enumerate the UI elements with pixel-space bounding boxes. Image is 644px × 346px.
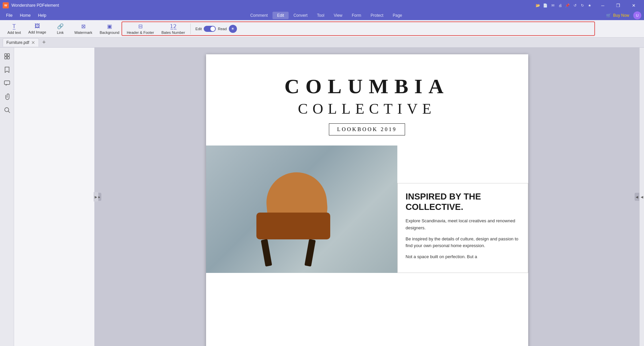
pdf-para1: Explore Scandinavia, meet local creative…	[406, 218, 520, 232]
tab-protect[interactable]: Protect	[366, 12, 388, 19]
close-button[interactable]: ✕	[626, 0, 641, 11]
menu-help[interactable]: Help	[35, 12, 50, 19]
panel-area: ▶	[14, 48, 95, 346]
svg-rect-0	[5, 54, 7, 56]
pin-icon[interactable]: 📌	[565, 3, 570, 8]
title-bar: W Wondershare PDFelement 📂 📄 ✉ 🖨 📌 ↺ ↻ ★…	[0, 0, 644, 11]
pdf-lookbook: LOOKBOOK 2019	[329, 123, 405, 135]
menu-file[interactable]: File	[3, 12, 16, 19]
comments-panel-icon[interactable]	[2, 78, 12, 89]
watermark-icon: ⊠	[81, 23, 86, 30]
right-sidebar[interactable]: ◀	[639, 48, 644, 346]
tab-convert[interactable]: Convert	[289, 12, 312, 19]
title-bar-toolbar: 📂 📄 ✉ 🖨 📌 ↺ ↻ ★	[535, 3, 592, 8]
edit-read-toggle: Edit Read ☀	[193, 23, 239, 34]
svg-rect-3	[7, 57, 9, 59]
tab-form[interactable]: Form	[347, 12, 366, 19]
new-file-icon[interactable]: 📄	[543, 3, 548, 8]
chair-silhouette	[246, 166, 347, 266]
app-name: Wondershare PDFelement	[11, 3, 533, 8]
toolbar: T̲ Add text 🖼 Add Image 🔗 Link ⊠ Waterma…	[0, 20, 644, 38]
ribbon-tabs: Comment Edit Convert Tool View Form Prot…	[50, 12, 602, 19]
document-area[interactable]: ▶ COLUMBIA COLLECTIVE LOOKBOOK 2019	[95, 48, 639, 346]
add-tab-button[interactable]: +	[40, 39, 48, 46]
header-footer-label: Header & Footer	[127, 31, 154, 35]
link-label: Link	[57, 31, 63, 35]
bates-number-icon: 1̲2̲	[170, 23, 177, 30]
tab-edit[interactable]: Edit	[273, 12, 289, 19]
pdf-text-box: INSPIRED BY THE COLLECTIVE. Explore Scan…	[397, 183, 528, 273]
pdf-page: COLUMBIA COLLECTIVE LOOKBOOK 2019	[206, 54, 528, 346]
buy-now-button[interactable]: 🛒 Buy Now	[603, 12, 633, 19]
watermark-label: Watermark	[75, 31, 92, 35]
pdf-headline: INSPIRED BY THE COLLECTIVE.	[406, 191, 520, 212]
right-sidebar-toggle-icon: ◀	[641, 195, 643, 199]
print-icon[interactable]: 🖨	[557, 3, 563, 8]
left-sidebar	[0, 48, 14, 346]
sun-icon: ☀	[229, 25, 237, 33]
chair-leg-right	[304, 239, 316, 267]
minimize-button[interactable]: ─	[595, 0, 610, 11]
app-logo: W	[3, 2, 9, 8]
restore-button[interactable]: ❐	[610, 0, 626, 11]
add-image-label: Add Image	[28, 30, 46, 34]
link-icon: 🔗	[57, 23, 64, 30]
background-icon: ▣	[107, 23, 112, 30]
pdf-header: COLUMBIA COLLECTIVE LOOKBOOK 2019	[206, 54, 528, 146]
tab-close-button[interactable]: ✕	[31, 40, 35, 45]
menu-home[interactable]: Home	[16, 12, 34, 19]
tab-furniture-pdf[interactable]: Furniture.pdf ✕	[3, 38, 39, 47]
add-text-label: Add text	[7, 31, 21, 35]
window-controls: ─ ❐ ✕	[595, 0, 641, 11]
add-image-button[interactable]: 🖼 Add Image	[25, 22, 49, 36]
add-text-icon: T̲	[12, 23, 16, 30]
svg-rect-4	[4, 81, 10, 84]
menu-bar: File Home Help Comment Edit Convert Tool…	[0, 11, 644, 20]
pdf-title-main: COLUMBIA	[219, 74, 515, 98]
redo-icon[interactable]: ↻	[580, 3, 585, 8]
header-footer-icon: ⊟	[138, 23, 143, 30]
bates-number-label: Bates Number	[161, 31, 185, 35]
star-icon[interactable]: ★	[587, 3, 592, 8]
pdf-para2: Be inspired by the details of culture, d…	[406, 236, 520, 250]
svg-rect-2	[5, 57, 7, 59]
search-panel-icon[interactable]	[2, 105, 12, 115]
main-area: ▶ ▶ COLUMBIA COLLECTIVE LOOKBOOK 2019	[0, 48, 644, 346]
pdf-para3: Not a space built on perfection. But a	[406, 253, 520, 261]
link-button[interactable]: 🔗 Link	[50, 22, 70, 36]
bates-number-button[interactable]: 1̲2̲ Bates Number	[158, 22, 188, 36]
user-avatar[interactable]: U	[633, 11, 641, 19]
attachments-panel-icon[interactable]	[2, 91, 12, 102]
chair-seat	[256, 213, 330, 239]
chair-leg-left	[261, 239, 272, 267]
pdf-lower-section: INSPIRED BY THE COLLECTIVE. Explore Scan…	[206, 146, 528, 273]
header-footer-button[interactable]: ⊟ Header & Footer	[123, 22, 157, 36]
svg-line-6	[8, 111, 10, 113]
background-button[interactable]: ▣ Background	[96, 22, 123, 36]
cart-icon: 🛒	[606, 13, 611, 18]
svg-rect-1	[7, 54, 9, 56]
bookmarks-panel-icon[interactable]	[2, 64, 12, 75]
tab-tool[interactable]: Tool	[312, 12, 329, 19]
add-text-button[interactable]: T̲ Add text	[4, 22, 24, 36]
add-image-icon: 🖼	[35, 23, 40, 29]
tab-filename: Furniture.pdf	[6, 40, 29, 45]
toolbar-divider	[190, 23, 191, 34]
read-mode-label: Read	[218, 27, 227, 31]
email-icon[interactable]: ✉	[550, 3, 555, 8]
tab-bar: Furniture.pdf ✕ +	[0, 38, 644, 48]
pages-panel-icon[interactable]	[2, 51, 12, 62]
chair-image	[206, 146, 397, 273]
right-expand-button[interactable]: ◀	[635, 193, 639, 201]
edit-mode-label: Edit	[195, 27, 202, 31]
background-label: Background	[100, 31, 119, 35]
watermark-button[interactable]: ⊠ Watermark	[71, 22, 96, 36]
tab-comment[interactable]: Comment	[246, 12, 273, 19]
undo-icon[interactable]: ↺	[572, 3, 578, 8]
tab-view[interactable]: View	[329, 12, 347, 19]
pdf-title-sub: COLLECTIVE	[219, 100, 515, 117]
mode-toggle-switch[interactable]	[204, 26, 216, 32]
panel-collapse-button[interactable]: ▶	[94, 192, 98, 201]
folder-open-icon[interactable]: 📂	[535, 3, 541, 8]
tab-page[interactable]: Page	[388, 12, 407, 19]
